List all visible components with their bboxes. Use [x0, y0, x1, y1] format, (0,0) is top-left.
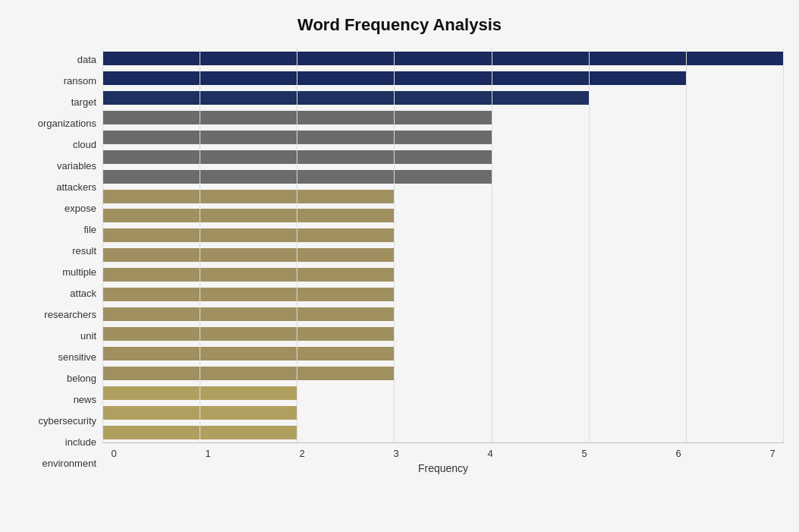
- y-label: attack: [70, 285, 96, 302]
- y-label: environment: [42, 455, 96, 472]
- bar: [102, 170, 492, 184]
- y-label: expose: [64, 200, 96, 216]
- bar-row: [102, 207, 784, 224]
- bar-row: [102, 188, 784, 205]
- grid-line: [297, 49, 297, 442]
- grid-line: [394, 49, 395, 442]
- x-tick: 5: [573, 448, 596, 459]
- chart-title: Word Frequency Analysis: [15, 15, 784, 35]
- bar-row: [102, 286, 784, 303]
- y-label: researchers: [44, 307, 96, 323]
- bar: [102, 228, 395, 242]
- bar: [102, 52, 784, 65]
- bar: [102, 307, 395, 321]
- bars-wrapper: [102, 49, 784, 442]
- bar-row: [102, 326, 784, 342]
- x-tick: 0: [102, 448, 125, 459]
- y-label: organizations: [38, 115, 96, 131]
- bars-and-x: 01234567 Frequency: [102, 49, 784, 474]
- bar: [102, 150, 492, 164]
- bar-row: [102, 424, 784, 441]
- bar: [102, 190, 395, 203]
- bar-row: [102, 405, 784, 421]
- y-label: news: [74, 392, 96, 408]
- grid-line: [686, 49, 687, 442]
- bar: [102, 131, 492, 144]
- bar-row: [102, 149, 784, 165]
- y-label: belong: [67, 370, 96, 387]
- x-tick: 1: [197, 448, 219, 459]
- bar-row: [102, 306, 784, 323]
- y-label: variables: [57, 157, 96, 174]
- bar-row: [102, 266, 784, 283]
- y-label: sensitive: [58, 349, 96, 366]
- bar: [102, 91, 589, 105]
- y-label: ransom: [64, 72, 96, 89]
- y-label: file: [83, 221, 96, 238]
- x-tick: 2: [291, 448, 313, 459]
- x-axis-label: Frequency: [102, 462, 784, 474]
- bar: [102, 111, 492, 124]
- bar: [102, 248, 395, 262]
- y-label: result: [72, 242, 96, 259]
- grid-line: [102, 49, 103, 442]
- grid-line: [492, 49, 492, 442]
- grid-line: [783, 49, 784, 442]
- bar-row: [102, 90, 784, 106]
- bar-row: [102, 70, 784, 87]
- x-tick: 3: [385, 448, 407, 459]
- y-label: data: [77, 51, 96, 68]
- y-label: cloud: [73, 136, 96, 153]
- y-label: include: [65, 434, 96, 451]
- bar: [102, 367, 395, 380]
- bar-row: [102, 345, 784, 362]
- bar: [102, 209, 395, 222]
- y-label: unit: [80, 328, 96, 345]
- bar: [102, 406, 297, 420]
- bar: [102, 386, 297, 400]
- bar: [102, 327, 395, 341]
- chart-area: dataransomtargetorganizationscloudvariab…: [15, 49, 784, 474]
- bar-row: [102, 50, 784, 67]
- bar-row: [102, 227, 784, 244]
- y-label: multiple: [62, 263, 96, 280]
- bar: [102, 347, 395, 360]
- grid-lines: [102, 49, 784, 442]
- bar: [102, 268, 395, 282]
- x-tick: 4: [479, 448, 502, 459]
- x-tick: 7: [761, 448, 784, 459]
- bar-row: [102, 385, 784, 401]
- y-label: cybersecurity: [38, 413, 96, 430]
- bar-row: [102, 109, 784, 126]
- grid-line: [589, 49, 590, 442]
- bar-row: [102, 129, 784, 146]
- x-axis: 01234567: [102, 442, 784, 459]
- y-label: target: [71, 93, 96, 110]
- x-tick: 6: [667, 448, 690, 459]
- grid-line: [200, 49, 200, 442]
- bar-row: [102, 365, 784, 382]
- bar: [102, 426, 297, 439]
- y-label: attackers: [56, 178, 96, 195]
- bar: [102, 71, 687, 85]
- chart-container: Word Frequency Analysis dataransomtarget…: [0, 0, 799, 532]
- bar-row: [102, 247, 784, 263]
- y-axis-labels: dataransomtargetorganizationscloudvariab…: [15, 49, 102, 474]
- bar-row: [102, 168, 784, 185]
- bar: [102, 288, 395, 301]
